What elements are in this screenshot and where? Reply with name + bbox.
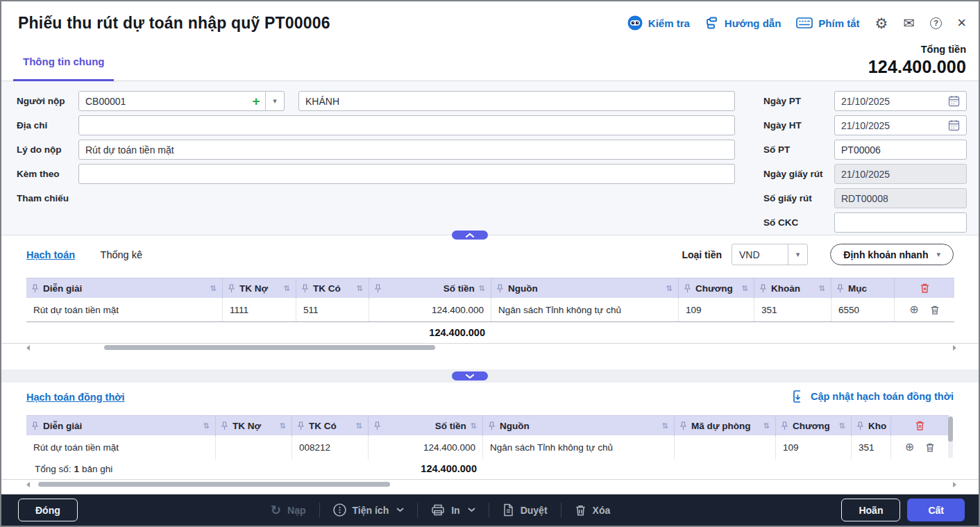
cell-nguon[interactable]: Ngân sách Tỉnh không tự chủ <box>491 298 678 321</box>
accounting-row[interactable]: Rút dự toán tiền mặt 1111 511 124.400.00… <box>26 298 954 322</box>
col-ma-du-phong[interactable]: Mã dự phòng⇅ <box>674 416 775 435</box>
simultaneous-title-link[interactable]: Hạch toán đồng thời <box>26 392 125 403</box>
col-tk-co[interactable]: TK Có⇅ <box>296 278 369 298</box>
close-icon[interactable]: × <box>957 15 966 31</box>
cell-so-tien[interactable]: 124.400.000 <box>369 298 491 321</box>
collapse-form-button[interactable] <box>452 231 488 240</box>
col-dien-giai[interactable]: Diễn giải⇅ <box>26 278 222 298</box>
update-simultaneous-link[interactable]: Cập nhật hạch toán đồng thời <box>792 390 954 403</box>
col-tk-co[interactable]: TK Có⇅ <box>292 416 368 435</box>
sort-icon[interactable]: ⇅ <box>276 421 286 430</box>
vscroll-track[interactable] <box>948 416 953 458</box>
simultaneous-row[interactable]: Rút dự toán tiền mặt 008212 124.400.000 … <box>26 435 949 459</box>
sort-icon[interactable]: ⇅ <box>738 284 748 293</box>
cell-khoan[interactable]: 351 <box>851 435 890 459</box>
approve-button[interactable]: Duyệt <box>502 503 548 517</box>
sort-icon[interactable]: ⇅ <box>658 421 668 430</box>
reload-button[interactable]: ↻ Nạp <box>271 503 306 518</box>
pin-icon[interactable] <box>680 421 686 430</box>
pin-icon[interactable] <box>298 421 304 430</box>
postpone-button[interactable]: Hoãn <box>841 499 900 521</box>
col-nguon[interactable]: Nguồn⇅ <box>491 278 678 298</box>
pin-icon[interactable] <box>302 284 308 293</box>
col-khoan-truncated[interactable]: Kho <box>851 416 890 435</box>
sort-icon[interactable]: ⇅ <box>352 421 362 430</box>
receipt-date-picker[interactable]: 21/10/2025 <box>834 91 967 111</box>
cell-ma-du-phong[interactable] <box>674 435 775 459</box>
payer-code-combo[interactable]: + ▾ <box>78 91 285 111</box>
add-payer-icon[interactable]: + <box>247 92 265 110</box>
sort-icon[interactable]: ⇅ <box>662 284 673 293</box>
tab-thong-tin-chung[interactable]: Thông tin chung <box>13 43 114 81</box>
pin-icon[interactable] <box>857 421 863 430</box>
calendar-icon[interactable] <box>948 95 960 107</box>
ckc-no-input[interactable] <box>834 212 967 233</box>
payer-dropdown-icon[interactable]: ▾ <box>265 92 284 110</box>
pin-icon[interactable] <box>32 284 38 293</box>
save-button[interactable]: Cất <box>907 499 965 521</box>
receipt-no-input[interactable] <box>834 140 967 160</box>
sort-icon[interactable]: ⇅ <box>280 284 290 293</box>
accounting-date-picker[interactable]: 21/10/2025 <box>834 115 967 135</box>
reason-input[interactable] <box>78 140 735 160</box>
sort-icon[interactable]: ⇅ <box>815 284 825 293</box>
hscroll-thumb[interactable] <box>104 345 435 350</box>
pin-icon[interactable] <box>497 284 503 293</box>
col-so-tien[interactable]: Số tiền⇅ <box>368 416 482 435</box>
pin-icon[interactable] <box>782 421 788 430</box>
cell-dien-giai[interactable]: Rút dự toán tiền mặt <box>26 298 222 321</box>
pin-icon[interactable] <box>375 284 381 293</box>
pin-icon[interactable] <box>32 421 38 430</box>
delete-row-icon[interactable] <box>925 442 935 453</box>
delete-button[interactable]: Xóa <box>575 504 611 517</box>
col-delete-all[interactable] <box>894 278 954 298</box>
col-so-tien[interactable]: Số tiền⇅ <box>369 278 491 298</box>
print-button[interactable]: In <box>431 503 475 517</box>
sort-icon[interactable]: ⇅ <box>206 284 217 293</box>
settings-icon[interactable]: ⚙ <box>875 16 888 31</box>
utilities-button[interactable]: Tiện ích <box>333 503 405 517</box>
cell-tk-co[interactable]: 008212 <box>292 435 368 459</box>
col-nguon[interactable]: Nguồn⇅ <box>482 416 674 435</box>
sort-icon[interactable]: ⇅ <box>466 421 477 430</box>
cell-khoan[interactable]: 351 <box>754 298 831 321</box>
add-row-icon[interactable]: ⊕ <box>909 304 918 315</box>
quick-entry-button[interactable]: Định khoản nhanh ▾ <box>830 244 954 265</box>
col-tk-no[interactable]: TK Nợ⇅ <box>215 416 292 435</box>
payer-code-input[interactable] <box>79 92 247 110</box>
sort-icon[interactable]: ⇅ <box>835 421 845 430</box>
sort-icon[interactable]: ⇅ <box>759 421 770 430</box>
pin-icon[interactable] <box>228 284 235 293</box>
expand-section-button[interactable] <box>452 371 488 380</box>
add-row-icon[interactable]: ⊕ <box>905 442 914 453</box>
pin-icon[interactable] <box>221 421 228 430</box>
col-chuong[interactable]: Chương⇅ <box>678 278 754 298</box>
currency-select[interactable]: VND ▾ <box>732 244 808 265</box>
hscroll-right-arrow[interactable] <box>953 345 956 351</box>
col-muc[interactable]: Mục <box>831 278 894 298</box>
sort-icon[interactable]: ⇅ <box>475 284 485 293</box>
shortcut-link[interactable]: Phím tắt <box>796 17 859 29</box>
cell-nguon[interactable]: Ngân sách Tỉnh không tự chủ <box>482 435 674 459</box>
cell-dien-giai[interactable]: Rút dự toán tiền mặt <box>26 435 215 459</box>
sort-icon[interactable]: ⇅ <box>353 284 363 293</box>
cell-muc[interactable]: 6550 <box>831 298 894 321</box>
sort-icon[interactable]: ⇅ <box>199 421 210 430</box>
close-button[interactable]: Đóng <box>18 499 78 521</box>
pin-icon[interactable] <box>760 284 766 293</box>
hscroll-thumb[interactable] <box>38 482 390 487</box>
vscroll-thumb[interactable] <box>948 417 953 442</box>
col-dien-giai[interactable]: Diễn giải⇅ <box>26 416 215 435</box>
cell-so-tien[interactable]: 124.400.000 <box>368 435 482 459</box>
cell-tk-no[interactable]: 1111 <box>222 298 296 321</box>
cell-chuong[interactable]: 109 <box>775 435 851 459</box>
address-input[interactable] <box>78 115 735 135</box>
tab-hach-toan[interactable]: Hạch toán <box>26 249 75 260</box>
hscroll-right-arrow[interactable] <box>953 482 956 487</box>
pin-icon[interactable] <box>837 284 843 293</box>
cell-tk-no[interactable] <box>215 435 292 459</box>
col-tk-no[interactable]: TK Nợ⇅ <box>222 278 296 298</box>
check-link[interactable]: Kiểm tra <box>627 15 690 31</box>
attachment-input[interactable] <box>78 164 735 184</box>
col-chuong[interactable]: Chương⇅ <box>775 416 851 435</box>
